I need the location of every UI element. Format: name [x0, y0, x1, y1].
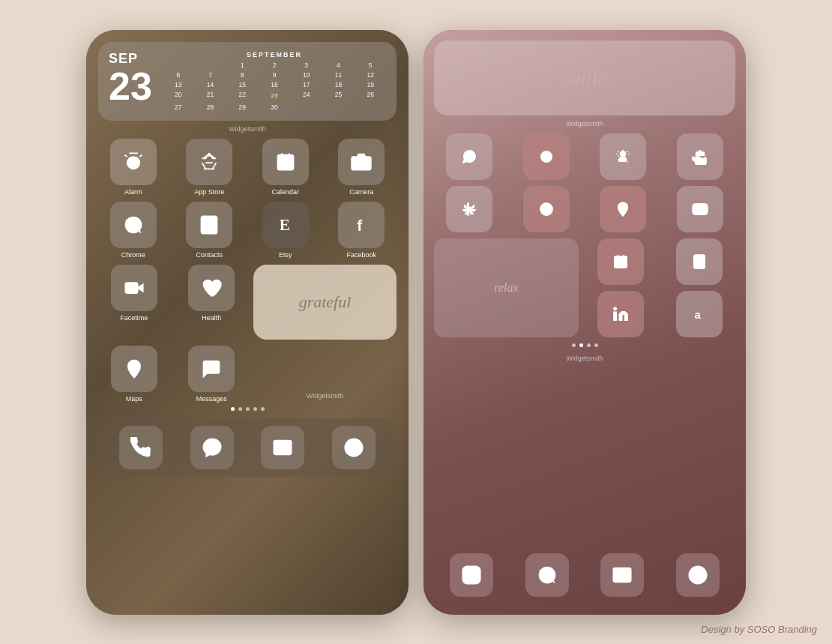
svg-point-7 [207, 220, 212, 226]
weather-icon-bg [600, 133, 646, 180]
app-messages[interactable]: Messages [176, 346, 248, 403]
right-dock-spotify[interactable] [676, 553, 720, 597]
camera-icon-bg [338, 139, 385, 185]
svg-point-27 [467, 571, 476, 580]
svg-rect-10 [125, 283, 137, 293]
right-dock-mail[interactable] [600, 553, 644, 597]
right-app-notes[interactable] [663, 238, 736, 285]
dock-mail[interactable] [261, 426, 304, 469]
alarm-label: Alarm [124, 188, 142, 196]
app-calendar[interactable]: 31 Calendar [250, 139, 321, 196]
app-row-1: Alarm App Store 31 Calendar [98, 139, 397, 196]
chrome-label: Chrome [121, 251, 145, 259]
right-app-maps2[interactable] [588, 186, 659, 232]
hand-icon-bg [677, 133, 723, 180]
maps-icon-bg [111, 346, 157, 392]
app-etsy[interactable]: E Etsy [250, 202, 321, 259]
svg-text:31: 31 [618, 262, 624, 267]
facetime-icon-bg [111, 265, 157, 311]
circle-icon-bg [523, 186, 570, 232]
right-page-dots [434, 343, 735, 347]
svg-point-24 [614, 307, 617, 310]
calendar-right: SEPTEMBER 12345 6789101112 1314151617181… [163, 51, 386, 112]
dock-spotify[interactable] [332, 426, 376, 469]
left-dock [98, 418, 397, 477]
right-app-hand[interactable] [665, 133, 736, 180]
messages-label: Messages [196, 395, 227, 403]
svg-point-11 [132, 364, 136, 368]
right-app-flower[interactable] [434, 186, 505, 232]
right-app-calendar2[interactable]: 31 [585, 238, 657, 285]
right-app-youtube[interactable] [665, 186, 736, 232]
app-appstore[interactable]: App Store [175, 139, 245, 196]
svg-text:31: 31 [282, 162, 289, 169]
contacts-icon-bg [186, 202, 232, 248]
facebook-icon-bg: f [338, 202, 385, 248]
right-row-1 [434, 133, 735, 180]
camera-label: Camera [349, 188, 373, 196]
dot-2 [238, 407, 242, 411]
right-dot-3 [587, 343, 591, 347]
svg-point-15 [621, 151, 626, 156]
starbucks-icon-bg [523, 133, 570, 180]
maps2-icon-bg [600, 186, 646, 232]
maps-label: Maps [126, 395, 142, 403]
app-alarm[interactable]: Alarm [98, 139, 169, 196]
left-phone: SEP 23 SEPTEMBER 12345 6789101112 131415… [86, 30, 409, 615]
whatsapp-icon-bg [446, 133, 492, 180]
dock-messenger[interactable] [190, 426, 234, 469]
svg-point-18 [543, 206, 549, 211]
calendar-widget[interactable]: SEP 23 SEPTEMBER 12345 6789101112 131415… [98, 42, 397, 121]
svg-text:a: a [694, 308, 701, 320]
grateful-widget[interactable]: grateful [253, 265, 397, 340]
svg-rect-23 [693, 254, 705, 268]
etsy-icon-bg: E [262, 202, 309, 248]
app-facebook[interactable]: f Facebook [327, 202, 397, 259]
contacts-label: Contacts [196, 251, 223, 259]
widgetsmith-label-2: Widgetsmith [307, 392, 344, 400]
app-contacts[interactable]: Contacts [175, 202, 245, 259]
app-health[interactable]: Health [176, 265, 248, 340]
calendar-grid: 12345 6789101112 13141516171819 20212223… [163, 61, 386, 112]
calendar-icon-bg: 31 [262, 139, 309, 185]
right-dock [434, 553, 735, 604]
right-dot-2 [579, 343, 583, 347]
app-maps[interactable]: Maps [98, 346, 170, 403]
left-content: SEP 23 SEPTEMBER 12345 6789101112 131415… [86, 30, 409, 615]
right-app-whatsapp[interactable] [434, 133, 505, 180]
health-icon-bg [188, 265, 235, 311]
dock-phone[interactable] [119, 426, 163, 469]
grateful-text: grateful [299, 292, 352, 312]
calendar-label: Calendar [271, 188, 299, 196]
dot-5 [261, 407, 265, 411]
svg-point-5 [130, 222, 136, 227]
right-app-weather[interactable] [588, 133, 659, 180]
etsy-label: Etsy [279, 251, 292, 259]
right-dock-instagram[interactable] [450, 553, 493, 597]
right-widgetsmith-label-2: Widgetsmith [434, 355, 735, 362]
svg-point-28 [476, 569, 477, 571]
facetime-label: Facetime [120, 314, 148, 322]
appstore-label: App Store [194, 188, 224, 196]
right-dock-chrome[interactable] [525, 553, 569, 597]
svg-text:E: E [280, 216, 290, 234]
facebook-label: Facebook [346, 251, 376, 259]
branding-text: Design by SOSO Branding [701, 624, 817, 635]
smile-text: smile [562, 66, 606, 90]
calendar-day: 23 [109, 67, 152, 106]
right-dot-4 [594, 343, 598, 347]
calendar-full-month: SEPTEMBER [163, 51, 386, 58]
youtube-icon-bg [677, 186, 723, 232]
app-chrome[interactable]: Chrome [98, 202, 169, 259]
relax-widget[interactable]: relax [434, 238, 579, 337]
calendar2-icon-bg: 31 [597, 238, 644, 285]
right-app-circle[interactable] [511, 186, 582, 232]
dot-3 [246, 407, 250, 411]
right-app-starbucks[interactable] [511, 133, 582, 180]
right-app-linkedin[interactable] [585, 291, 657, 337]
smile-widget[interactable]: smile [434, 40, 735, 115]
app-camera[interactable]: Camera [327, 139, 397, 196]
right-app-amazon[interactable]: a [663, 291, 736, 337]
app-facetime[interactable]: Facetime [98, 265, 170, 340]
widgetsmith-label-1: Widgetsmith [98, 125, 397, 133]
